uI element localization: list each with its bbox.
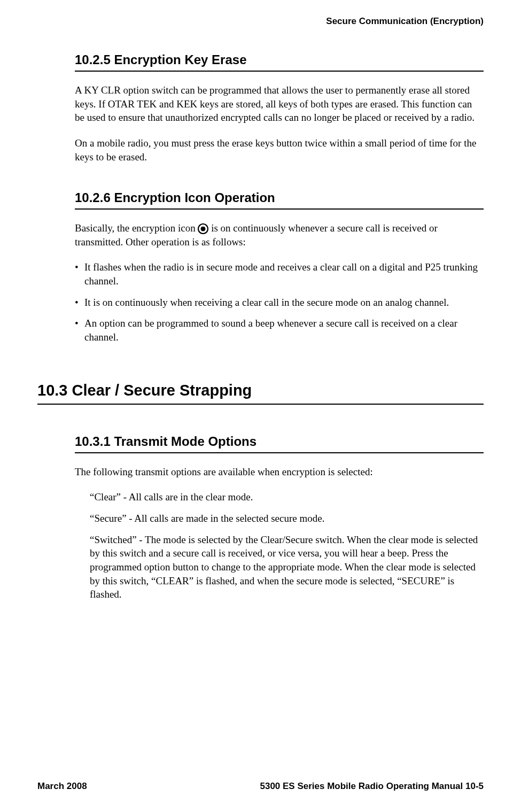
option-item: “Switched” - The mode is selected by the… [90,533,484,601]
svg-point-1 [201,226,206,231]
option-item: “Secure” - All calls are made in the sel… [90,512,484,525]
svg-rect-2 [203,225,204,227]
options-block: “Clear” - All calls are in the clear mod… [90,490,484,601]
list-item: It is on continuously when receiving a c… [75,296,484,310]
text-span: Basically, the encryption icon [75,222,198,234]
list-item: It flashes when the radio is in secure m… [75,260,484,288]
page-header: Secure Communication (Encryption) [37,16,484,27]
encryption-icon [198,223,208,234]
paragraph: Basically, the encryption icon is on con… [75,221,484,249]
heading-transmit-mode: 10.3.1 Transmit Mode Options [75,434,484,453]
footer-manual-page: 5300 ES Series Mobile Radio Operating Ma… [260,781,484,792]
heading-icon-operation: 10.2.6 Encryption Icon Operation [75,190,484,210]
footer-date: March 2008 [37,781,87,792]
paragraph: The following transmit options are avail… [75,465,484,479]
option-item: “Clear” - All calls are in the clear mod… [90,490,484,504]
section-key-erase: 10.2.5 Encryption Key Erase A KY CLR opt… [75,52,484,164]
heading-key-erase: 10.2.5 Encryption Key Erase [75,52,484,72]
paragraph: On a mobile radio, you must press the er… [75,136,484,164]
section-icon-operation: 10.2.6 Encryption Icon Operation Basical… [75,190,484,344]
paragraph: A KY CLR option switch can be programmed… [75,83,484,125]
heading-clear-secure: 10.3 Clear / Secure Strapping [37,382,484,405]
bullet-list: It flashes when the radio is in secure m… [75,260,484,344]
page-footer: March 2008 5300 ES Series Mobile Radio O… [37,781,484,792]
section-transmit-mode: 10.3.1 Transmit Mode Options The followi… [75,434,484,601]
list-item: An option can be programmed to sound a b… [75,316,484,344]
